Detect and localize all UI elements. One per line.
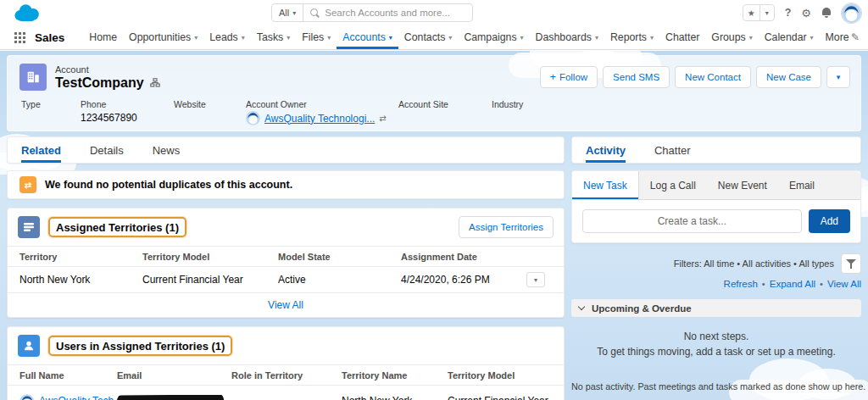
territories-view-all-link[interactable]: View All xyxy=(8,292,564,317)
nav-tab-label: Opportunities xyxy=(129,31,191,43)
account-record-icon xyxy=(19,64,47,91)
no-next-steps-text: No next steps. xyxy=(571,329,861,344)
tab-new-task[interactable]: New Task xyxy=(572,171,639,199)
assigned-territories-header: Assigned Territories (1) Assign Territor… xyxy=(8,208,564,246)
upcoming-overdue-section[interactable]: Upcoming & Overdue xyxy=(571,299,861,317)
tab-details[interactable]: Details xyxy=(90,137,124,163)
tab-related[interactable]: Related xyxy=(21,137,61,163)
cell-territory: North New York xyxy=(19,274,142,286)
search-scope-dropdown[interactable]: All ▾ xyxy=(272,4,303,21)
nav-tab-leads[interactable]: Leads▾ xyxy=(203,25,251,49)
tab-new-event[interactable]: New Event xyxy=(707,171,778,199)
more-actions-button[interactable]: ▾ xyxy=(826,66,850,88)
user-name-link[interactable]: AwsQuality Tech... xyxy=(39,395,117,400)
app-launcher-icon[interactable] xyxy=(14,31,26,44)
notifications-bell-icon[interactable] xyxy=(821,8,832,18)
owner-avatar xyxy=(246,111,260,125)
help-icon[interactable]: ? xyxy=(785,8,792,19)
separator-dot: • xyxy=(762,279,765,289)
section-title: Upcoming & Overdue xyxy=(592,303,692,314)
column-header-territory[interactable]: Territory xyxy=(19,252,142,262)
duplicates-message: We found no potential duplicates of this… xyxy=(45,179,292,191)
chevron-down-icon: ▾ xyxy=(534,276,537,284)
expand-all-link[interactable]: Expand All xyxy=(770,279,815,289)
sidebar-tabs: Activity Chatter xyxy=(571,136,861,164)
column-header-territory-name[interactable]: Territory Name xyxy=(342,370,448,381)
send-sms-button[interactable]: Send SMS xyxy=(603,66,670,88)
activity-filters-summary: Filters: All time • All activities • All… xyxy=(674,258,834,269)
hierarchy-icon[interactable] xyxy=(150,78,160,87)
column-header-territory-model[interactable]: Territory Model xyxy=(448,370,552,381)
nav-tab-label: Reports xyxy=(610,31,647,43)
new-case-button[interactable]: New Case xyxy=(756,66,821,88)
new-contact-button[interactable]: New Contact xyxy=(675,66,751,88)
chevron-down-icon: ▾ xyxy=(749,34,753,42)
field-type: Type xyxy=(21,99,81,125)
column-header-model-state[interactable]: Model State xyxy=(278,252,401,262)
assigned-territories-title: Assigned Territories (1) xyxy=(56,221,179,234)
record-titles: Account TestCompany xyxy=(55,64,160,91)
cell-territory-name: North New York xyxy=(342,395,448,400)
activity-links-row: Refresh • Expand All • View All xyxy=(571,279,861,289)
search-input[interactable] xyxy=(325,8,472,18)
nav-tab-tasks[interactable]: Tasks▾ xyxy=(251,25,296,49)
get-things-moving-text: To get things moving, add a task or set … xyxy=(571,344,861,359)
edit-navigation-pencil-icon[interactable]: ✎ xyxy=(851,31,860,43)
field-value xyxy=(398,112,492,124)
follow-button[interactable]: +Follow xyxy=(540,66,598,88)
field-label: Account Site xyxy=(398,99,492,109)
redacted-email xyxy=(117,395,224,400)
setup-gear-icon[interactable]: ⚙ xyxy=(801,8,811,19)
user-avatar[interactable] xyxy=(842,3,861,23)
nav-tab-chatter[interactable]: Chatter xyxy=(659,25,705,49)
tab-activity[interactable]: Activity xyxy=(586,137,626,163)
nav-tab-more[interactable]: More▾ xyxy=(820,25,849,49)
nav-tab-label: Chatter xyxy=(665,31,699,43)
column-header-assignment-date[interactable]: Assignment Date xyxy=(401,252,526,262)
territory-icon xyxy=(18,216,40,238)
nav-tab-contacts[interactable]: Contacts▾ xyxy=(398,25,459,49)
column-header-full-name[interactable]: Full Name xyxy=(19,370,117,381)
nav-tab-groups[interactable]: Groups▾ xyxy=(705,25,758,49)
field-account-site: Account Site xyxy=(398,99,492,125)
app-name: Sales xyxy=(35,31,64,44)
row-actions-button[interactable]: ▾ xyxy=(526,272,545,287)
activity-view-all-link[interactable]: View All xyxy=(827,279,861,289)
table-row: North New York Current Financial Year Ac… xyxy=(8,267,564,292)
chevron-down-icon: ▾ xyxy=(242,34,245,42)
territory-users-title: Users in Assigned Territories (1) xyxy=(56,340,225,353)
field-label: Phone xyxy=(81,99,174,109)
add-task-button[interactable]: Add xyxy=(809,209,850,233)
assign-territories-button[interactable]: Assign Territories xyxy=(459,216,554,238)
salesforce-logo-icon xyxy=(12,3,41,26)
duplicate-check-icon: ⇄ xyxy=(19,176,36,193)
tab-email[interactable]: Email xyxy=(778,171,826,199)
assigned-territories-card: Assigned Territories (1) Assign Territor… xyxy=(7,208,565,318)
nav-tab-files[interactable]: Files▾ xyxy=(296,25,337,49)
entity-label: Account xyxy=(55,64,160,75)
column-header-email[interactable]: Email xyxy=(117,370,231,381)
tab-log-a-call[interactable]: Log a Call xyxy=(639,171,707,199)
favorites-star-icon[interactable]: ★ xyxy=(743,5,760,20)
nav-tab-dashboards[interactable]: Dashboards▾ xyxy=(530,25,604,49)
nav-tab-opportunities[interactable]: Opportunities▾ xyxy=(123,25,203,49)
nav-tab-label: Contacts xyxy=(404,31,446,43)
favorites-dropdown-icon[interactable]: ▾ xyxy=(760,5,774,20)
nav-tab-campaigns[interactable]: Campaigns▾ xyxy=(458,25,529,49)
nav-tab-reports[interactable]: Reports▾ xyxy=(604,25,659,49)
tab-news[interactable]: News xyxy=(153,137,181,163)
field-value xyxy=(21,112,81,124)
column-header-territory-model[interactable]: Territory Model xyxy=(142,252,278,262)
nav-tab-calendar[interactable]: Calendar▾ xyxy=(759,25,820,49)
refresh-link[interactable]: Refresh xyxy=(724,279,758,289)
nav-tab-home[interactable]: Home xyxy=(83,25,123,49)
change-owner-icon[interactable]: ⇄ xyxy=(379,114,386,123)
nav-tab-accounts[interactable]: Accounts▾ xyxy=(337,25,398,49)
cell-assignment-date: 4/24/2020, 6:26 PM xyxy=(401,274,526,286)
create-task-input[interactable] xyxy=(582,209,802,233)
field-label: Account Owner xyxy=(246,99,398,109)
tab-chatter[interactable]: Chatter xyxy=(654,137,691,163)
account-owner-link[interactable]: AwsQuality Technologi... xyxy=(264,113,375,125)
filter-funnel-icon[interactable] xyxy=(841,253,861,274)
column-header-role[interactable]: Role in Territory xyxy=(231,370,342,381)
